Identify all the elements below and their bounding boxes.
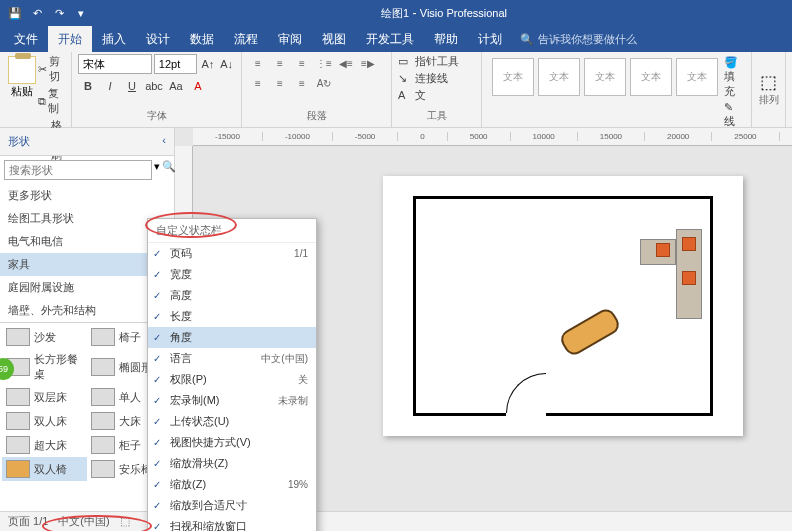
group-arrange: ⬚ 排列 xyxy=(752,52,786,127)
arrange-icon[interactable]: ⬚ xyxy=(760,71,777,93)
quick-access-toolbar: 💾 ↶ ↷ ▾ xyxy=(0,4,96,22)
grow-font-button[interactable]: A↑ xyxy=(199,54,216,74)
search-go-icon[interactable]: 🔍 xyxy=(162,160,176,180)
text-tool-button[interactable]: A文 xyxy=(398,88,475,103)
bullets-button[interactable]: ⋮≡ xyxy=(314,54,334,72)
tab-view[interactable]: 视图 xyxy=(312,26,356,53)
context-menu-item[interactable]: ✓缩放到合适尺寸 xyxy=(148,495,316,516)
underline-button[interactable]: U xyxy=(122,76,142,96)
shape-rect-table[interactable]: 长方形餐桌 xyxy=(2,349,87,385)
style-swatch[interactable]: 文本 xyxy=(630,58,672,96)
cut-button[interactable]: ✂剪切 xyxy=(38,54,65,84)
tab-plan[interactable]: 计划 xyxy=(468,26,512,53)
group-shape-styles: 文本 文本 文本 文本 文本 🪣填充 ✎线条 ◯效果 形状样式 xyxy=(482,52,752,127)
cat-more[interactable]: 更多形状 xyxy=(0,184,174,207)
style-swatch[interactable]: 文本 xyxy=(584,58,626,96)
context-menu-item[interactable]: ✓语言中文(中国) xyxy=(148,348,316,369)
drawing-page[interactable] xyxy=(383,176,743,436)
check-icon: ✓ xyxy=(153,248,161,259)
scissors-icon: ✂ xyxy=(38,63,47,76)
bold-button[interactable]: B xyxy=(78,76,98,96)
fill-button[interactable]: 🪣填充 xyxy=(724,56,743,99)
loveseat-shape[interactable] xyxy=(558,306,623,359)
pointer-tool-button[interactable]: ▭指针工具 xyxy=(398,54,475,69)
check-icon: ✓ xyxy=(153,437,161,448)
context-menu-item[interactable]: ✓上传状态(U) xyxy=(148,411,316,432)
tab-data[interactable]: 数据 xyxy=(180,26,224,53)
font-family-combo[interactable]: 宋体 xyxy=(78,54,152,74)
shape-loveseat[interactable]: 双人椅 xyxy=(2,457,87,481)
shape-sofa[interactable]: 沙发 xyxy=(2,325,87,349)
context-menu-item[interactable]: ✓视图快捷方式(V) xyxy=(148,432,316,453)
align-mid-button[interactable]: ≡ xyxy=(270,54,290,72)
style-swatch[interactable]: 文本 xyxy=(492,58,534,96)
context-menu-item[interactable]: ✓角度 xyxy=(148,327,316,348)
font-color-button[interactable]: A xyxy=(188,76,208,96)
redo-icon[interactable]: ↷ xyxy=(50,4,68,22)
context-menu-item[interactable]: ✓权限(P)关 xyxy=(148,369,316,390)
context-menu-item[interactable]: ✓长度 xyxy=(148,306,316,327)
cushion-icon xyxy=(682,271,696,285)
tell-me-search[interactable]: 🔍 告诉我你想要做什么 xyxy=(512,32,645,47)
group-tools: ▭指针工具 ↘连接线 A文 工具 xyxy=(392,52,482,127)
status-page[interactable]: 页面 1/1 xyxy=(8,514,48,529)
qat-dropdown-icon[interactable]: ▾ xyxy=(72,4,90,22)
search-shapes-input[interactable] xyxy=(4,160,152,180)
align-top-button[interactable]: ≡ xyxy=(248,54,268,72)
shrink-font-button[interactable]: A↓ xyxy=(218,54,235,74)
context-menu-item[interactable]: ✓缩放(Z)19% xyxy=(148,474,316,495)
shape-xl-bed[interactable]: 超大床 xyxy=(2,433,87,457)
status-lang[interactable]: 中文(中国) xyxy=(58,514,109,529)
font-label: 字体 xyxy=(78,109,235,125)
tab-review[interactable]: 审阅 xyxy=(268,26,312,53)
tab-help[interactable]: 帮助 xyxy=(424,26,468,53)
indent-inc-button[interactable]: ≡▶ xyxy=(358,54,378,72)
text-case-button[interactable]: Aa xyxy=(166,76,186,96)
copy-button[interactable]: ⧉复制 xyxy=(38,86,65,116)
tab-process[interactable]: 流程 xyxy=(224,26,268,53)
tab-dev[interactable]: 开发工具 xyxy=(356,26,424,53)
context-menu-item[interactable]: ✓缩放滑块(Z) xyxy=(148,453,316,474)
group-clipboard: 粘贴 ✂剪切 ⧉复制 🖌格式刷 剪贴板 xyxy=(0,52,72,127)
save-icon[interactable]: 💾 xyxy=(6,4,24,22)
shape-double-bed[interactable]: 双人床 xyxy=(2,409,87,433)
room-shape[interactable] xyxy=(413,196,713,416)
shape-icon xyxy=(91,436,115,454)
style-swatch[interactable]: 文本 xyxy=(676,58,718,96)
style-swatch[interactable]: 文本 xyxy=(538,58,580,96)
l-sofa-shape[interactable] xyxy=(632,229,702,319)
arrange-label: 排列 xyxy=(759,93,779,109)
app-name: Visio Professional xyxy=(420,7,507,19)
paste-icon xyxy=(8,56,36,84)
connector-tool-button[interactable]: ↘连接线 xyxy=(398,71,475,86)
shape-bunk-bed[interactable]: 双层床 xyxy=(2,385,87,409)
tab-home[interactable]: 开始 xyxy=(48,26,92,53)
context-menu-item[interactable]: ✓页码1/1 xyxy=(148,243,316,264)
italic-button[interactable]: I xyxy=(100,76,120,96)
context-menu-header: 自定义状态栏 xyxy=(148,219,316,243)
context-menu-item[interactable]: ✓高度 xyxy=(148,285,316,306)
search-icon: 🔍 xyxy=(520,33,534,46)
font-size-combo[interactable]: 12pt xyxy=(154,54,198,74)
strike-button[interactable]: abc xyxy=(144,76,164,96)
chevron-left-icon[interactable]: ‹ xyxy=(162,134,166,149)
tab-design[interactable]: 设计 xyxy=(136,26,180,53)
check-icon: ✓ xyxy=(153,416,161,427)
macro-record-icon[interactable]: ⬚ xyxy=(120,515,130,528)
tab-file[interactable]: 文件 xyxy=(4,26,48,53)
shape-icon xyxy=(91,460,115,478)
rotate-text-button[interactable]: A↻ xyxy=(314,74,334,92)
search-dropdown-icon[interactable]: ▾ xyxy=(154,160,160,180)
context-menu-item[interactable]: ✓宏录制(M)未录制 xyxy=(148,390,316,411)
check-icon: ✓ xyxy=(153,374,161,385)
align-center-button[interactable]: ≡ xyxy=(270,74,290,92)
align-bot-button[interactable]: ≡ xyxy=(292,54,312,72)
align-right-button[interactable]: ≡ xyxy=(292,74,312,92)
shape-icon xyxy=(91,328,115,346)
align-left-button[interactable]: ≡ xyxy=(248,74,268,92)
undo-icon[interactable]: ↶ xyxy=(28,4,46,22)
context-menu-item[interactable]: ✓宽度 xyxy=(148,264,316,285)
context-menu-item[interactable]: ✓扫视和缩放窗口 xyxy=(148,516,316,531)
indent-dec-button[interactable]: ◀≡ xyxy=(336,54,356,72)
tab-insert[interactable]: 插入 xyxy=(92,26,136,53)
